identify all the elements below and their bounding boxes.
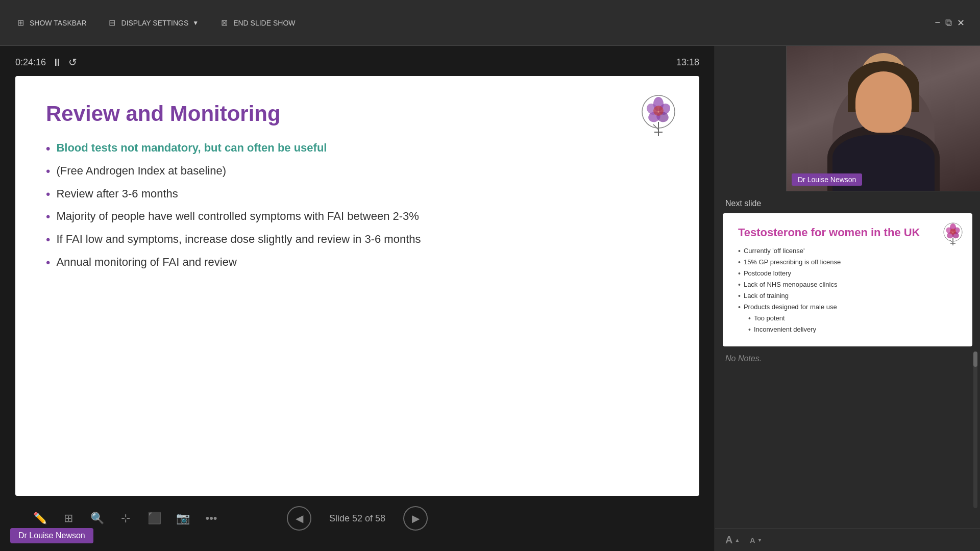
pointer-tool-btn[interactable]: ⊹ bbox=[116, 509, 135, 528]
decrease-font-btn[interactable]: A ▼ bbox=[750, 534, 762, 546]
remaining-time: 13:18 bbox=[676, 57, 699, 68]
svg-point-18 bbox=[950, 229, 956, 235]
next-slide-title: Testosterone for women in the UK bbox=[738, 226, 957, 239]
next-bullet-list: Currently 'off license' 15% GP prescribi… bbox=[738, 247, 957, 334]
next-bullet-text-1: Currently 'off license' bbox=[744, 247, 805, 255]
next-slide-btn[interactable]: ▶ bbox=[403, 506, 428, 531]
next-bullet-text-6: Products designed for male use bbox=[744, 303, 837, 311]
bullet-text-4: Majority of people have well controlled … bbox=[56, 210, 419, 223]
timer-controls: 0:24:16 ⏸ ↺ bbox=[15, 56, 77, 68]
bullet-item-2: (Free Androgen Index at baseline) bbox=[46, 164, 669, 179]
next-bullet-6: Products designed for male use bbox=[738, 303, 957, 311]
notes-area: No Notes. bbox=[715, 346, 980, 529]
next-bullet-5: Lack of training bbox=[738, 292, 957, 300]
svg-line-1 bbox=[653, 124, 658, 130]
slide-logo bbox=[638, 91, 679, 137]
taskbar-icon: ⊞ bbox=[15, 18, 26, 28]
decrease-font-icon: ▼ bbox=[757, 537, 762, 543]
display-icon: ⊟ bbox=[107, 18, 117, 28]
next-bullet-4: Lack of NHS menopause clinics bbox=[738, 281, 957, 289]
next-slide-preview: ♀ Testosterone for women in the UK Curre… bbox=[723, 213, 972, 346]
tool-icons: ✏️ ⊞ 🔍 ⊹ ⬛ 📷 ••• bbox=[31, 509, 220, 528]
next-slide-label: Next slide bbox=[715, 191, 980, 213]
presentation-area: 0:24:16 ⏸ ↺ 13:18 bbox=[0, 46, 715, 551]
bullet-item-4: Majority of people have well controlled … bbox=[46, 210, 669, 224]
next-bullet-text-2: 15% GP prescribing is off license bbox=[744, 258, 841, 266]
bullet-list: Blood tests not mandatory, but can often… bbox=[46, 141, 669, 270]
display-settings-btn[interactable]: ⊟ DISPLAY SETTINGS ▼ bbox=[107, 18, 199, 28]
bullet-text-2: (Free Androgen Index at baseline) bbox=[56, 164, 226, 178]
next-bullet-3: Postcode lottery bbox=[738, 269, 957, 278]
grid-tool-btn[interactable]: ⊞ bbox=[59, 509, 78, 528]
toolbar: ⊞ SHOW TASKBAR ⊟ DISPLAY SETTINGS ▼ ⊠ EN… bbox=[0, 0, 980, 46]
elapsed-time: 0:24:16 bbox=[15, 57, 46, 68]
bullet-item-1: Blood tests not mandatory, but can often… bbox=[46, 141, 669, 156]
show-taskbar-label: SHOW TASKBAR bbox=[30, 19, 87, 27]
video-feed: Dr Louise Newson bbox=[786, 46, 980, 191]
next-rose-logo-svg: ♀ bbox=[942, 221, 965, 246]
slide-container: Review and Monitoring Blood tests not ma… bbox=[15, 76, 699, 496]
minimize-btn[interactable]: − bbox=[935, 17, 940, 28]
end-slideshow-btn[interactable]: ⊠ END SLIDE SHOW bbox=[219, 18, 295, 28]
restore-btn[interactable]: ⧉ bbox=[945, 17, 952, 28]
bullet-item-6: Annual monitoring of FAI and review bbox=[46, 256, 669, 270]
end-icon: ⊠ bbox=[219, 18, 229, 28]
more-tool-btn[interactable]: ••• bbox=[202, 509, 220, 528]
svg-text:♀: ♀ bbox=[951, 237, 954, 241]
notes-scrollbar-thumb[interactable] bbox=[973, 352, 977, 367]
prev-slide-btn[interactable]: ◀ bbox=[287, 506, 311, 531]
chevron-down-icon: ▼ bbox=[192, 19, 199, 27]
rose-logo-svg bbox=[638, 91, 679, 137]
increase-font-icon: ▲ bbox=[734, 537, 740, 543]
next-sub-bullet-2: Inconvenient delivery bbox=[748, 325, 957, 334]
next-bullet-text-3: Postcode lottery bbox=[744, 269, 791, 277]
bullet-text-5: If FAI low and symptoms, increase dose s… bbox=[56, 233, 421, 246]
video-tool-btn[interactable]: 📷 bbox=[174, 509, 192, 528]
display-settings-label: DISPLAY SETTINGS bbox=[121, 19, 189, 27]
pen-tool-btn[interactable]: ✏️ bbox=[31, 509, 49, 528]
timer-bar: 0:24:16 ⏸ ↺ 13:18 bbox=[15, 56, 699, 68]
next-bullet-text-5: Lack of training bbox=[744, 292, 789, 299]
next-bullet-2: 15% GP prescribing is off license bbox=[738, 258, 957, 266]
slide-indicator: Slide 52 of 58 bbox=[322, 513, 393, 524]
notes-scrollbar[interactable] bbox=[973, 352, 977, 508]
next-sub-bullet-text-2: Inconvenient delivery bbox=[754, 325, 816, 333]
notes-content: No Notes. bbox=[725, 354, 970, 363]
close-btn[interactable]: ✕ bbox=[957, 17, 965, 29]
bottom-name-badge: Dr Louise Newson bbox=[10, 528, 93, 543]
next-sub-bullet-text-1: Too potent bbox=[754, 314, 785, 322]
video-name-badge: Dr Louise Newson bbox=[792, 173, 862, 186]
restart-btn[interactable]: ↺ bbox=[68, 56, 77, 68]
next-sub-bullet-1: Too potent bbox=[748, 314, 957, 322]
video-placeholder bbox=[787, 46, 980, 191]
slide-controls: ✏️ ⊞ 🔍 ⊹ ⬛ 📷 ••• ◀ Slide 52 of 58 ▶ bbox=[15, 496, 699, 541]
next-bullet-text-4: Lack of NHS menopause clinics bbox=[744, 281, 838, 288]
next-slide-logo: ♀ bbox=[942, 221, 965, 246]
increase-font-label: A bbox=[725, 534, 732, 546]
show-taskbar-btn[interactable]: ⊞ SHOW TASKBAR bbox=[15, 18, 87, 28]
svg-point-8 bbox=[653, 106, 664, 116]
slide-title: Review and Monitoring bbox=[46, 102, 669, 126]
search-tool-btn[interactable]: 🔍 bbox=[88, 509, 106, 528]
bullet-text-1: Blood tests not mandatory, but can often… bbox=[56, 141, 327, 155]
bullet-item-5: If FAI low and symptoms, increase dose s… bbox=[46, 233, 669, 247]
next-bullet-1: Currently 'off license' bbox=[738, 247, 957, 255]
bullet-text-3: Review after 3-6 months bbox=[56, 187, 178, 201]
bullet-text-6: Annual monitoring of FAI and review bbox=[56, 256, 236, 269]
screen-tool-btn[interactable]: ⬛ bbox=[145, 509, 163, 528]
decrease-font-label: A bbox=[750, 536, 755, 544]
end-slideshow-label: END SLIDE SHOW bbox=[233, 19, 295, 27]
pause-btn[interactable]: ⏸ bbox=[52, 57, 62, 68]
font-controls: A ▲ A ▼ bbox=[715, 529, 980, 551]
bullet-item-3: Review after 3-6 months bbox=[46, 187, 669, 202]
increase-font-btn[interactable]: A ▲ bbox=[725, 534, 740, 546]
